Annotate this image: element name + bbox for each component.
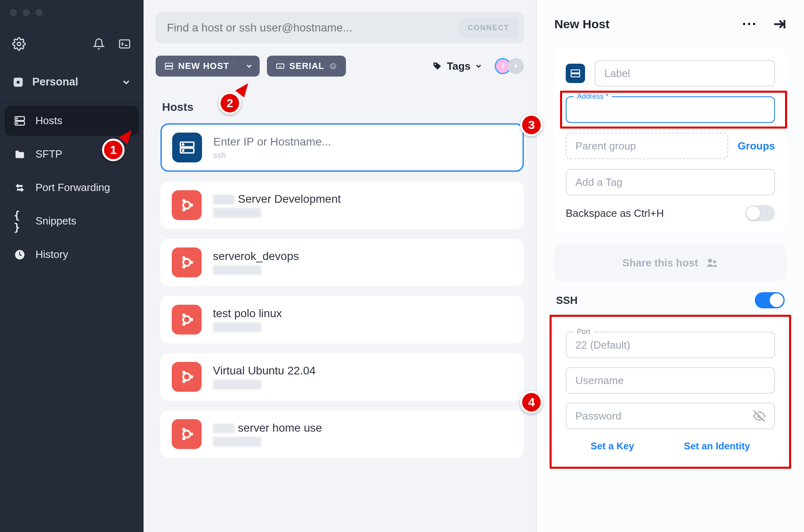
password-field[interactable] bbox=[566, 403, 775, 429]
connect-button[interactable]: CONNECT bbox=[459, 18, 518, 38]
host-sub bbox=[213, 208, 341, 218]
tag-input[interactable] bbox=[575, 176, 765, 189]
host-sub bbox=[213, 437, 322, 447]
serial-button[interactable]: SERIAL bbox=[267, 56, 346, 77]
detail-panel: New Host ··· Address * bbox=[537, 0, 804, 532]
server-icon bbox=[172, 133, 202, 162]
svg-point-40 bbox=[708, 259, 712, 263]
sidebar-item-history[interactable]: History bbox=[5, 239, 139, 270]
search-input[interactable] bbox=[167, 21, 451, 34]
sidebar-item-label: History bbox=[35, 248, 68, 261]
port-field[interactable]: Port bbox=[566, 332, 775, 358]
svg-point-36 bbox=[182, 428, 185, 431]
svg-point-28 bbox=[182, 314, 185, 317]
password-input[interactable] bbox=[575, 410, 753, 422]
svg-point-31 bbox=[190, 375, 193, 378]
more-icon[interactable]: ··· bbox=[742, 16, 757, 32]
set-identity-link[interactable]: Set an Identity bbox=[684, 441, 750, 452]
sidebar-item-label: Hosts bbox=[35, 114, 62, 127]
svg-point-19 bbox=[190, 204, 193, 207]
svg-point-35 bbox=[190, 432, 193, 436]
svg-point-22 bbox=[183, 259, 190, 266]
svg-point-32 bbox=[182, 371, 185, 374]
host-row-new[interactable]: Enter IP or Hostname... ssh bbox=[160, 123, 524, 172]
vault-icon bbox=[12, 76, 24, 88]
eye-off-icon[interactable] bbox=[753, 410, 765, 422]
share-host-button[interactable]: Share this host bbox=[554, 245, 786, 281]
label-field[interactable] bbox=[595, 60, 775, 87]
address-float-label: Address * bbox=[574, 92, 612, 101]
tag-field[interactable] bbox=[566, 169, 775, 195]
ubuntu-icon bbox=[172, 419, 202, 449]
server-icon bbox=[14, 115, 26, 127]
svg-point-17 bbox=[182, 150, 183, 151]
ubuntu-icon bbox=[172, 247, 202, 277]
set-key-link[interactable]: Set a Key bbox=[591, 441, 634, 452]
server-icon bbox=[165, 62, 173, 71]
backspace-toggle[interactable] bbox=[745, 205, 775, 221]
username-field[interactable] bbox=[566, 367, 775, 394]
avatar-stack[interactable]: 7 + bbox=[495, 58, 524, 74]
ssh-toggle[interactable] bbox=[755, 292, 785, 308]
main-column: CONNECT NEW HOST SERIAL Tags bbox=[144, 0, 537, 532]
traffic-light-max[interactable] bbox=[35, 9, 43, 16]
sidebar-item-label: SFTP bbox=[35, 148, 62, 160]
host-row[interactable]: server home use bbox=[160, 410, 524, 458]
address-input[interactable] bbox=[575, 104, 765, 116]
traffic-light-min[interactable] bbox=[23, 9, 30, 16]
chevron-down-icon bbox=[121, 77, 131, 87]
svg-point-6 bbox=[17, 118, 17, 119]
port-float-label: Port bbox=[574, 328, 594, 336]
svg-point-27 bbox=[190, 318, 193, 321]
svg-point-13 bbox=[435, 64, 436, 65]
host-title: Enter IP or Hostname... bbox=[213, 135, 331, 148]
groups-link[interactable]: Groups bbox=[738, 140, 775, 152]
new-host-dropdown[interactable] bbox=[239, 56, 260, 77]
nav: Hosts SFTP Port Forwarding { } Snippets … bbox=[0, 98, 144, 278]
new-host-button[interactable]: NEW HOST bbox=[156, 56, 260, 77]
host-row[interactable]: Virtual Ubuntu 22.04 bbox=[160, 353, 524, 401]
up-arrow-icon bbox=[329, 62, 337, 70]
host-sub: ssh bbox=[213, 151, 331, 160]
svg-point-24 bbox=[182, 256, 185, 260]
sidebar-item-hosts[interactable]: Hosts bbox=[5, 106, 139, 136]
host-row[interactable]: test polo linux bbox=[160, 296, 524, 343]
traffic-light-close[interactable] bbox=[10, 9, 17, 16]
sidebar-item-port-forwarding[interactable]: Port Forwarding bbox=[5, 172, 139, 203]
host-row[interactable]: serverok_devops bbox=[160, 239, 524, 286]
tags-filter[interactable]: Tags bbox=[432, 60, 483, 73]
parent-group-field[interactable]: Parent group bbox=[566, 133, 728, 159]
annotation-marker-2: 2 bbox=[219, 92, 241, 114]
svg-point-25 bbox=[182, 266, 185, 269]
username-input[interactable] bbox=[575, 374, 765, 387]
share-label: Share this host bbox=[623, 257, 698, 269]
ssh-section-label: SSH bbox=[556, 294, 577, 307]
svg-rect-10 bbox=[165, 66, 173, 69]
host-sub bbox=[213, 265, 299, 275]
annotation-marker-1: 1 bbox=[102, 139, 125, 161]
address-field[interactable]: Address * bbox=[566, 96, 775, 123]
host-title: Virtual Ubuntu 22.04 bbox=[213, 364, 316, 377]
hosts-list: Hosts Enter IP or Hostname... ssh Server… bbox=[144, 89, 536, 484]
terminal-icon[interactable] bbox=[118, 37, 131, 51]
sidebar-item-snippets[interactable]: { } Snippets bbox=[5, 206, 139, 236]
annotation-marker-3: 3 bbox=[520, 114, 543, 136]
label-input[interactable] bbox=[604, 67, 765, 80]
svg-point-33 bbox=[182, 380, 185, 383]
host-sub bbox=[213, 322, 282, 332]
bell-icon[interactable] bbox=[92, 37, 106, 51]
svg-rect-39 bbox=[571, 74, 580, 77]
svg-point-30 bbox=[183, 373, 190, 380]
host-title: serverok_devops bbox=[213, 250, 299, 263]
port-input[interactable] bbox=[575, 339, 765, 351]
host-row[interactable]: Server Development bbox=[160, 181, 524, 229]
backspace-label: Backspace as Ctrl+H bbox=[566, 207, 664, 220]
vault-selector[interactable]: Personal bbox=[0, 67, 144, 98]
svg-point-29 bbox=[182, 323, 185, 326]
avatar-add[interactable]: + bbox=[508, 58, 524, 74]
collapse-icon[interactable] bbox=[772, 17, 786, 31]
vault-label: Personal bbox=[32, 76, 78, 88]
settings-icon[interactable] bbox=[12, 37, 26, 51]
svg-point-16 bbox=[182, 144, 183, 145]
new-host-label: NEW HOST bbox=[178, 61, 229, 71]
